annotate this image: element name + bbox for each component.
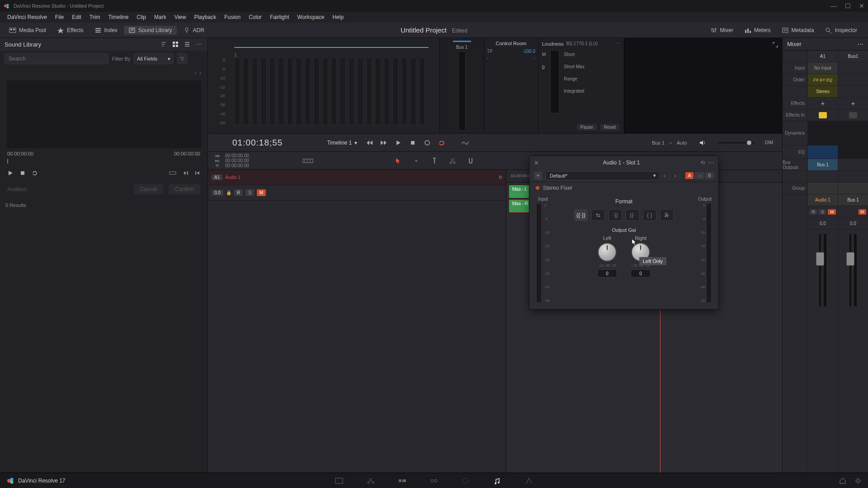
strip-input[interactable]: No Input bbox=[808, 62, 838, 74]
fast-forward-icon[interactable] bbox=[380, 139, 388, 147]
fx-preset-prev-icon[interactable]: ‹ bbox=[664, 173, 671, 179]
fx-preset-next-icon[interactable]: › bbox=[675, 173, 682, 179]
play-icon[interactable] bbox=[7, 170, 14, 176]
strip-fader[interactable] bbox=[838, 230, 868, 473]
filter-select[interactable]: All Fields ▾ bbox=[134, 53, 174, 64]
fx-fmt-stereo-icon[interactable]: ((∙)) bbox=[574, 209, 588, 221]
fx-reset-icon[interactable]: ⟲ bbox=[700, 160, 705, 166]
page-edit-icon[interactable] bbox=[398, 476, 407, 485]
loop-icon[interactable] bbox=[32, 170, 38, 176]
sort-icon[interactable] bbox=[160, 41, 168, 48]
meters-button[interactable]: Meters bbox=[740, 26, 775, 35]
settings-icon[interactable] bbox=[854, 477, 862, 484]
mixer-menu-icon[interactable]: ⋯ bbox=[858, 41, 863, 47]
fx-fmt-swap-icon[interactable]: ⇆ bbox=[591, 209, 605, 221]
fx-fmt-right-only-icon[interactable]: ∙)) bbox=[609, 209, 622, 221]
maximize-button[interactable]: ☐ bbox=[845, 2, 851, 9]
home-icon[interactable] bbox=[839, 477, 846, 484]
fx-fmt-left-only-icon[interactable]: ((∙ bbox=[626, 209, 639, 221]
strip-format[interactable]: Stereo bbox=[808, 86, 838, 98]
strip-solo-button[interactable]: S bbox=[819, 209, 826, 215]
fx-right-gain-value[interactable]: 0 bbox=[631, 269, 651, 277]
strip-order[interactable]: FX DY EQ bbox=[808, 74, 838, 86]
scrub-bar[interactable] bbox=[7, 159, 200, 164]
record-icon[interactable] bbox=[423, 139, 431, 147]
timeline-selector[interactable]: Timeline 1 ▾ bbox=[327, 140, 357, 146]
fx-ab-b-button[interactable]: B bbox=[705, 172, 714, 179]
play-icon[interactable] bbox=[394, 139, 402, 147]
menu-fusion[interactable]: Fusion bbox=[221, 14, 244, 20]
strip-fader[interactable] bbox=[808, 230, 838, 473]
timecode-display[interactable]: 01:00:18;55 bbox=[232, 138, 283, 148]
menu-clip[interactable]: Clip bbox=[133, 14, 150, 20]
track-fx-icon[interactable]: fx bbox=[499, 175, 502, 180]
in-out-icon[interactable] bbox=[169, 170, 177, 176]
strip-group[interactable] bbox=[808, 183, 838, 194]
fx-left-gain-knob[interactable] bbox=[598, 243, 617, 262]
snap-tool-icon[interactable] bbox=[466, 156, 475, 165]
razor-tool-icon[interactable] bbox=[448, 156, 457, 165]
adr-button[interactable]: ADR bbox=[179, 26, 209, 35]
grid-view-icon[interactable] bbox=[171, 41, 179, 48]
go-start-icon[interactable]: ⏮ bbox=[215, 153, 221, 158]
sound-library-button[interactable]: Sound Library bbox=[124, 26, 177, 35]
next-icon[interactable]: › bbox=[199, 70, 201, 76]
track-header-a1[interactable]: A1 Audio 1 fx bbox=[208, 170, 506, 185]
track-arm-button[interactable]: R bbox=[234, 189, 243, 196]
expand-icon[interactable] bbox=[772, 42, 778, 48]
menu-edit[interactable]: Edit bbox=[68, 14, 85, 20]
fx-left-gain-value[interactable]: 0 bbox=[597, 269, 617, 277]
go-end-icon[interactable]: ⏭ bbox=[215, 158, 221, 163]
menu-fairlight[interactable]: Fairlight bbox=[266, 14, 293, 20]
loudness-menu-icon[interactable]: ⋯ bbox=[615, 41, 620, 47]
track-volume[interactable]: 0.0 bbox=[212, 190, 223, 196]
strip-eq[interactable] bbox=[808, 145, 838, 159]
fx-fmt-mono-icon[interactable]: (∙) bbox=[643, 209, 656, 221]
menu-timeline[interactable]: Timeline bbox=[104, 14, 132, 20]
menu-playback[interactable]: Playback bbox=[190, 14, 220, 20]
loudness-reset-button[interactable]: Reset bbox=[600, 124, 619, 131]
fx-close-icon[interactable]: ✕ bbox=[534, 160, 539, 166]
strip-effects-add[interactable]: + bbox=[838, 98, 868, 109]
media-pool-button[interactable]: Media Pool bbox=[5, 26, 51, 35]
effects-button[interactable]: Effects bbox=[52, 26, 88, 35]
confirm-button[interactable]: Confirm bbox=[169, 184, 200, 194]
filter-options-button[interactable] bbox=[177, 53, 187, 64]
minimize-button[interactable]: — bbox=[830, 2, 837, 9]
monitor-bus[interactable]: Bus 1→Auto bbox=[652, 140, 687, 145]
fx-dialog[interactable]: ✕ Audio 1 - Slot 1 ⟲ ⋯ + Default*▾ ‹ › A… bbox=[529, 155, 719, 310]
duration-icon[interactable]: ⟲ bbox=[215, 163, 221, 168]
marker-tool-icon[interactable]: + bbox=[412, 156, 421, 165]
loop-icon[interactable] bbox=[438, 139, 446, 147]
menu-help[interactable]: Help bbox=[329, 14, 347, 20]
page-cut-icon[interactable] bbox=[366, 476, 375, 485]
track-solo-button[interactable]: S bbox=[245, 189, 254, 196]
pointer-tool-icon[interactable] bbox=[394, 156, 403, 165]
more-icon[interactable]: ⋯ bbox=[195, 41, 203, 48]
strip-effects-in[interactable] bbox=[808, 109, 838, 121]
menu-mark[interactable]: Mark bbox=[151, 14, 170, 20]
page-media-icon[interactable] bbox=[335, 476, 344, 485]
page-color-icon[interactable] bbox=[461, 476, 470, 485]
fx-enable-dot[interactable] bbox=[536, 186, 539, 190]
monitor-volume-slider[interactable] bbox=[718, 142, 754, 144]
strip-mute-button[interactable]: M bbox=[859, 209, 867, 215]
page-deliver-icon[interactable] bbox=[524, 476, 533, 485]
fx-ab-arrow[interactable]: → bbox=[694, 172, 704, 179]
strip-mute-button[interactable]: M bbox=[828, 209, 836, 215]
automation-icon[interactable] bbox=[461, 139, 469, 147]
lock-icon[interactable]: 🔒 bbox=[226, 190, 231, 195]
prev-icon[interactable]: ‹ bbox=[195, 70, 197, 76]
menu-trim[interactable]: Trim bbox=[86, 14, 104, 20]
page-fairlight-icon[interactable] bbox=[493, 476, 502, 485]
rewind-icon[interactable] bbox=[365, 139, 373, 147]
strip-busout[interactable]: Bus 1 bbox=[808, 159, 838, 171]
range-tool-icon[interactable] bbox=[430, 156, 439, 165]
fx-ab-a-button[interactable]: A bbox=[685, 172, 694, 179]
menu-davinci[interactable]: DaVinci Resolve bbox=[4, 14, 51, 20]
metadata-button[interactable]: Metadata bbox=[777, 26, 819, 35]
menu-color[interactable]: Color bbox=[245, 14, 265, 20]
stop-icon[interactable] bbox=[20, 170, 25, 176]
cancel-button[interactable]: Cancel bbox=[134, 184, 163, 194]
strip-effects-in[interactable] bbox=[838, 109, 868, 121]
